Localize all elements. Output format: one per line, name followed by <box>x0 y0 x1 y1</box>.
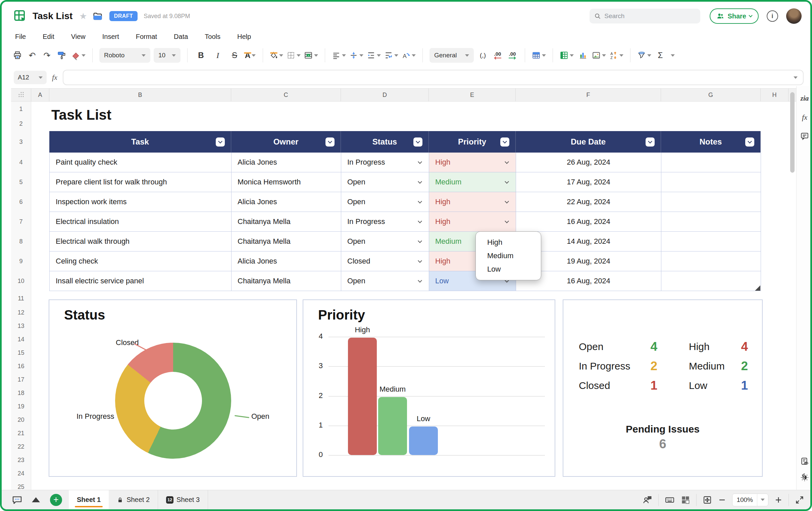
cell-priority[interactable]: High <box>429 212 516 232</box>
sort-button[interactable]: AZ <box>609 49 624 62</box>
horizontal-align-chevron-icon[interactable] <box>342 54 346 57</box>
vertical-align-chevron-icon[interactable] <box>359 54 364 57</box>
sort-chevron-icon[interactable] <box>619 54 624 57</box>
table-resize-handle[interactable] <box>755 285 760 291</box>
font-family-select[interactable]: Roboto <box>99 48 150 63</box>
status-dropdown-chevron-icon[interactable] <box>418 259 422 263</box>
cell-priority[interactable]: High <box>429 153 516 172</box>
keyboard-shortcuts-icon[interactable] <box>665 495 675 505</box>
cell-owner[interactable]: Alicia Jones <box>232 192 341 212</box>
column-header-f[interactable]: F <box>516 89 661 101</box>
row-header-24[interactable]: 24 <box>11 467 31 480</box>
row-header-1[interactable]: 1 <box>11 101 31 116</box>
table-header-due-date[interactable]: Due Date <box>516 131 661 153</box>
menu-item-view[interactable]: View <box>71 33 86 40</box>
column-header-h[interactable]: H <box>761 89 788 101</box>
table-header-owner[interactable]: Owner <box>231 131 341 153</box>
wrap-text-button[interactable] <box>384 49 398 62</box>
search-input[interactable] <box>604 12 696 20</box>
bar-high[interactable] <box>348 338 377 455</box>
insert-image-chevron-icon[interactable] <box>602 54 606 57</box>
cell-notes[interactable] <box>661 192 761 212</box>
zoom-in-button[interactable] <box>775 496 782 504</box>
comma-format-button[interactable]: (,) <box>477 49 489 62</box>
bold-button[interactable]: B <box>194 49 208 62</box>
vertical-scrollbar[interactable] <box>788 88 796 493</box>
info-button[interactable]: i <box>767 10 778 22</box>
vertical-scrollbar-thumb[interactable] <box>790 92 794 173</box>
comments-icon[interactable] <box>796 132 812 141</box>
priority-dropdown-chevron-icon[interactable] <box>505 199 509 204</box>
indent-button[interactable] <box>367 49 381 62</box>
increase-decimal-button[interactable]: .00 <box>507 49 518 62</box>
merge-cells-chevron-icon[interactable] <box>314 54 318 57</box>
column-header-d[interactable]: D <box>341 89 429 101</box>
user-avatar[interactable] <box>786 8 802 24</box>
row-header-7[interactable]: 7 <box>11 212 31 232</box>
menu-item-insert[interactable]: Insert <box>102 33 119 40</box>
column-header-a[interactable]: A <box>31 89 49 101</box>
cell-task[interactable]: Insall electric service panel <box>50 271 232 291</box>
header-filter-button[interactable] <box>500 138 509 147</box>
discussion-icon[interactable] <box>12 494 23 505</box>
pivot-table-chevron-icon[interactable] <box>570 54 574 57</box>
wrap-text-chevron-icon[interactable] <box>394 54 398 57</box>
filter-button[interactable] <box>637 49 651 62</box>
merge-cells-button[interactable]: a <box>304 49 318 62</box>
cell-priority[interactable]: Medium <box>429 172 516 192</box>
cell-owner[interactable]: Chaitanya Mella <box>232 232 341 251</box>
sheet-canvas[interactable]: Task List TaskOwnerStatusPriorityDue Dat… <box>31 101 788 493</box>
cell-owner[interactable]: Alicia Jones <box>232 153 341 172</box>
row-header-12[interactable]: 12 <box>11 306 31 319</box>
strikethrough-button[interactable]: S <box>228 49 241 62</box>
number-format-select[interactable]: General <box>430 48 474 63</box>
row-header-4[interactable]: 4 <box>11 153 31 172</box>
menu-item-format[interactable]: Format <box>136 33 157 40</box>
column-header-e[interactable]: E <box>429 89 516 101</box>
cell-status[interactable]: Open <box>341 192 429 212</box>
cell-task[interactable]: Prepare client list for walk through <box>50 172 232 192</box>
preview-icon[interactable] <box>796 457 812 466</box>
cell-status[interactable]: Open <box>341 271 429 291</box>
row-header-20[interactable]: 20 <box>11 413 31 426</box>
sheet-tab-sheet-1[interactable]: Sheet 1 <box>69 490 109 510</box>
cell-notes[interactable] <box>661 232 761 251</box>
header-filter-button[interactable] <box>325 138 335 147</box>
formula-input[interactable] <box>63 70 804 85</box>
row-header-6[interactable]: 6 <box>11 192 31 212</box>
decrease-decimal-button[interactable]: .00 <box>492 49 503 62</box>
row-header-3[interactable]: 3 <box>11 131 31 153</box>
fill-color-chevron-icon[interactable] <box>279 54 283 57</box>
dropdown-option-medium[interactable]: Medium <box>476 249 541 263</box>
text-rotation-button[interactable]: A <box>402 49 416 62</box>
cell-task[interactable]: Paint quality check <box>50 153 232 172</box>
row-header-14[interactable]: 14 <box>11 333 31 346</box>
sum-chevron-icon[interactable] <box>671 54 675 57</box>
redo-button[interactable]: ↷ <box>41 49 53 62</box>
cell-status[interactable]: Closed <box>341 251 429 271</box>
star-icon[interactable]: ★ <box>79 11 87 22</box>
borders-chevron-icon[interactable] <box>297 54 301 57</box>
cell-owner[interactable]: Monica Hemsworth <box>232 172 341 192</box>
cell-status[interactable]: In Progress <box>341 212 429 232</box>
cell-task[interactable]: Electrical insulation <box>50 212 232 232</box>
app-logo-icon[interactable] <box>13 9 27 23</box>
font-size-select[interactable]: 10 <box>154 48 180 63</box>
status-dropdown-chevron-icon[interactable] <box>418 179 422 184</box>
column-header-g[interactable]: G <box>661 89 761 101</box>
table-header-priority[interactable]: Priority <box>429 131 516 153</box>
add-sheet-button[interactable]: + <box>50 494 62 506</box>
insert-table-button[interactable] <box>532 49 546 62</box>
zia-assistant-icon[interactable]: zia <box>796 94 812 102</box>
horizontal-align-button[interactable] <box>332 49 346 62</box>
italic-button[interactable]: I <box>211 49 225 62</box>
collaborators-icon[interactable] <box>642 495 652 505</box>
status-dropdown-chevron-icon[interactable] <box>418 219 422 223</box>
text-color-button[interactable]: A <box>244 49 256 62</box>
cell-notes[interactable] <box>661 251 761 271</box>
sheet-title-cell[interactable]: Task List <box>51 107 111 123</box>
folder-icon[interactable] <box>93 11 103 21</box>
formula-input-chevron-icon[interactable] <box>793 77 798 79</box>
table-header-task[interactable]: Task <box>49 131 231 153</box>
menu-item-file[interactable]: File <box>15 33 26 40</box>
